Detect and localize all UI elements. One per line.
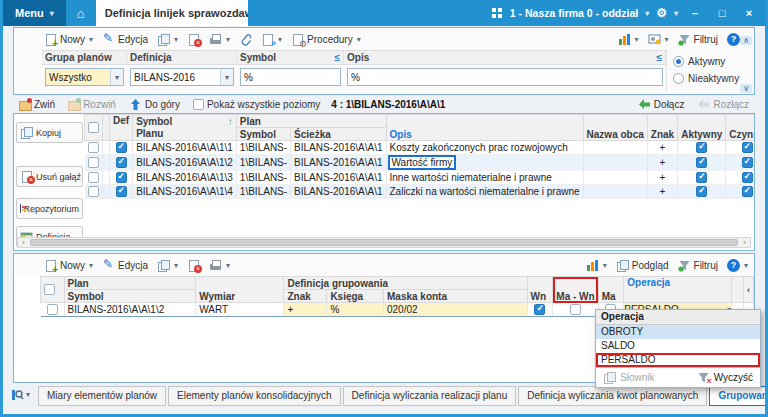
czynny-checkbox[interactable] <box>742 157 753 168</box>
row-checkbox[interactable] <box>88 142 99 153</box>
definicja-combo[interactable]: BILANS-2016▾ <box>130 68 234 86</box>
preview-button[interactable]: Podgląd <box>614 259 671 272</box>
cell-plan-symbol[interactable]: 1\BILANS- <box>236 185 290 199</box>
table-row[interactable]: BILANS-2016\A\A\1\4 1\BILANS- BILANS-201… <box>85 185 755 199</box>
aktywny-checkbox[interactable] <box>696 142 707 153</box>
scroll-right-arrow[interactable]: › <box>739 238 750 247</box>
cell-nazwa-obca[interactable] <box>583 185 647 199</box>
filter-button[interactable]: Filtruj <box>676 259 720 272</box>
chevron-down-icon[interactable]: ▾ <box>220 69 233 85</box>
col-sciezka[interactable]: Ścieżka <box>291 128 386 141</box>
aktywny-checkbox[interactable] <box>696 172 707 183</box>
apps-grid-icon[interactable] <box>492 8 503 19</box>
slownik-button[interactable]: Słownik <box>601 371 656 384</box>
cell-symbol[interactable]: BILANS-2016\A\A\1\2 <box>64 303 196 317</box>
wn-checkbox[interactable] <box>534 304 545 315</box>
chevron-down-icon[interactable]: ▾ <box>110 69 123 85</box>
col-symbol-planu[interactable]: ↑SymbolPlanu <box>133 115 237 141</box>
cell-symbol-planu[interactable]: BILANS-2016\A\A\1\4 <box>133 185 237 199</box>
czynny-checkbox[interactable] <box>742 172 753 183</box>
dropdown-item-persaldo-annotated[interactable]: PERSALDO <box>596 353 760 367</box>
cell-opis[interactable]: Zaliczki na wartości niematerialne i pra… <box>386 185 583 199</box>
col-nazwa-obca[interactable]: Nazwa obca <box>583 115 647 141</box>
usun-galaz-button[interactable]: Usuń gałąź <box>16 166 83 187</box>
row-checkbox[interactable] <box>88 172 99 183</box>
col-ma-wn-annotated[interactable]: Ma - Wn <box>553 277 598 303</box>
cell-nazwa-obca[interactable] <box>583 155 647 171</box>
def-checkbox[interactable] <box>116 157 127 168</box>
show-all-levels-checkbox[interactable]: Pokaż wszystkie poziomy <box>191 99 322 110</box>
view-settings-button[interactable]: ▾ <box>646 33 671 46</box>
filter-button[interactable]: Filtruj <box>676 33 720 46</box>
table-row[interactable]: BILANS-2016\A\A\1\3 1\BILANS- BILANS-201… <box>85 171 755 185</box>
col-wymiar[interactable]: Wymiar <box>196 277 284 303</box>
row-checkbox[interactable] <box>47 304 58 315</box>
cell-nazwa-obca[interactable] <box>583 141 647 155</box>
row-checkbox[interactable] <box>88 157 99 168</box>
cell-znak[interactable]: + <box>647 171 677 185</box>
cell-maska-konta[interactable]: 020/02 <box>383 303 527 317</box>
col-operacja[interactable]: Operacja <box>624 277 732 303</box>
cell-znak[interactable]: + <box>647 155 677 171</box>
col-wn[interactable]: Wn <box>527 277 553 303</box>
delete-button[interactable] <box>185 259 202 272</box>
close-button[interactable]: × <box>739 4 759 22</box>
cell-opis-focused[interactable]: Wartość firmy <box>386 155 583 171</box>
attach-button[interactable]: Dołącz <box>636 98 687 111</box>
window-tab[interactable]: Definicja linijek sprawozdawczych <box>96 0 248 26</box>
chevron-down-icon[interactable]: ▾ <box>674 9 678 18</box>
print-button[interactable]: ▾ <box>207 33 232 46</box>
table-row-selected[interactable]: BILANS-2016\A\A\1\2 1\BILANS- BILANS-201… <box>85 155 755 171</box>
tab-elementy-konsolidacyjnych[interactable]: Elementy planów konsolidacyjnych <box>168 386 341 406</box>
repozytorium-button[interactable]: Repozytorium <box>16 198 83 219</box>
col-opis[interactable]: Opis <box>386 115 583 141</box>
opis-input[interactable] <box>348 69 662 85</box>
cell-symbol-planu[interactable]: BILANS-2016\A\A\1\2 <box>133 155 237 171</box>
col-znak[interactable]: Znak <box>284 290 327 303</box>
cell-opis[interactable]: Koszty zakończonych prac rozwojowych <box>386 141 583 155</box>
chart-button[interactable]: ▾ <box>584 259 609 272</box>
new-button[interactable]: Nowy▾ <box>42 259 95 272</box>
select-all-header[interactable] <box>41 277 65 303</box>
print-button[interactable]: ▾ <box>207 259 232 272</box>
home-button[interactable]: ⌂ <box>66 0 96 26</box>
collapse-columns-chevron[interactable]: ‹ <box>743 277 753 303</box>
cell-sciezka[interactable]: BILANS-2016\A\A\1 <box>291 155 386 171</box>
cell-plan-symbol[interactable]: 1\BILANS- <box>236 141 290 155</box>
minimize-button[interactable]: – <box>685 4 705 22</box>
table-row[interactable]: BILANS-2016\A\A\1\1 1\BILANS- BILANS-201… <box>85 141 755 155</box>
cell-ksiega[interactable]: % <box>327 303 384 317</box>
col-czynny[interactable]: Czynny <box>726 115 754 141</box>
def-checkbox[interactable] <box>116 142 127 153</box>
dropdown-item-obroty[interactable]: OBROTY <box>596 325 760 339</box>
scroll-left-arrow[interactable]: ‹ <box>18 238 29 247</box>
cell-sciezka[interactable]: BILANS-2016\A\A\1 <box>291 185 386 199</box>
copy-button[interactable]: ▾ <box>155 33 180 46</box>
tab-grupowanie-kont[interactable]: Grupowanie kont planów <box>709 386 768 406</box>
tab-def-kwot-planowanych[interactable]: Definicja wyliczania kwot planowanych <box>518 386 707 406</box>
aktywny-checkbox[interactable] <box>696 157 707 168</box>
col-znak[interactable]: Znak <box>647 115 677 141</box>
col-aktywny[interactable]: Aktywny <box>678 115 726 141</box>
delete-button[interactable] <box>185 33 202 46</box>
collapse-button[interactable]: Zwiń <box>17 98 57 111</box>
symbol-input[interactable] <box>241 69 340 85</box>
kopiuj-button[interactable]: Kopiuj <box>16 122 83 143</box>
new-button[interactable]: Nowy▾ <box>42 33 95 46</box>
settings-gear-icon[interactable]: ⚙ <box>656 6 667 20</box>
cell-plan-symbol[interactable]: 1\BILANS- <box>236 171 290 185</box>
condition-lte-icon[interactable]: ≤ <box>335 52 341 63</box>
cell-symbol-planu[interactable]: BILANS-2016\A\A\1\3 <box>133 171 237 185</box>
collapse-chevron-up[interactable]: ∧ <box>740 36 752 45</box>
go-up-button[interactable]: Do góry <box>127 98 182 111</box>
expand-button[interactable]: Rozwiń <box>66 98 118 111</box>
menu-button[interactable]: Menu ▾ <box>3 0 66 26</box>
cell-symbol-planu[interactable]: BILANS-2016\A\A\1\1 <box>133 141 237 155</box>
aktywny-checkbox[interactable] <box>696 186 707 197</box>
maximize-button[interactable]: □ <box>712 4 732 22</box>
procedures-button[interactable]: Procedury▾ <box>289 33 363 46</box>
col-maska-konta[interactable]: Maska konta <box>383 290 527 303</box>
export-button[interactable]: ▾ <box>259 33 284 46</box>
cell-znak[interactable]: + <box>284 303 327 317</box>
lookup-button[interactable]: ▾ <box>11 386 30 401</box>
